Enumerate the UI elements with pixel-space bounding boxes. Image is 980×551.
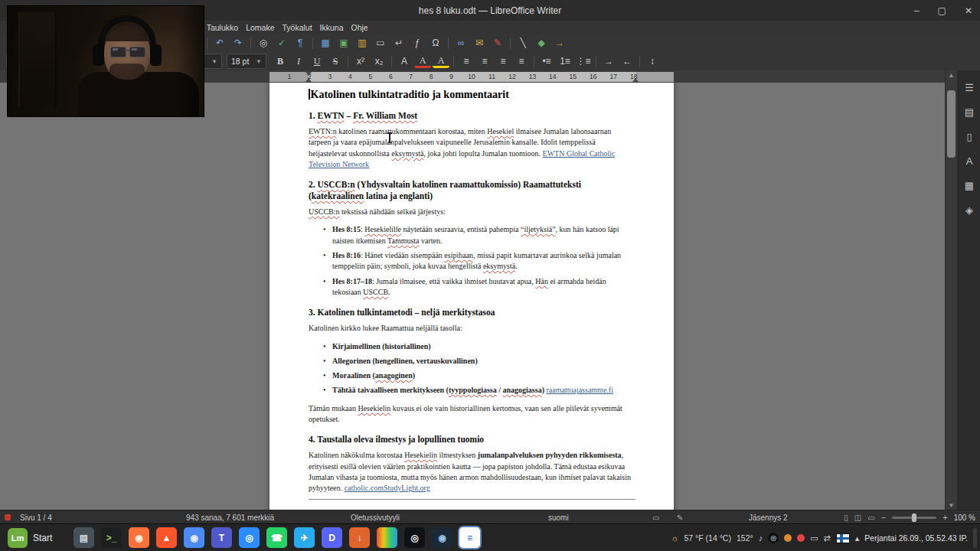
zoom-slider[interactable] bbox=[892, 517, 936, 519]
taskbar-app-obs-studio[interactable]: ◎ bbox=[404, 527, 425, 548]
font-size-combo[interactable]: 18 pt▼ bbox=[227, 54, 266, 69]
align-left-button[interactable]: ≡ bbox=[458, 54, 475, 69]
taskbar-app-terminal[interactable]: >_ bbox=[101, 527, 122, 548]
zoom-in-button[interactable]: + bbox=[942, 513, 947, 522]
subscript-button[interactable]: x₂ bbox=[371, 54, 387, 69]
wind-direction[interactable]: 152° bbox=[737, 533, 753, 543]
insert-image-button[interactable]: ▣ bbox=[335, 35, 352, 51]
horizontal-ruler[interactable]: 123456789101112131415161718 bbox=[270, 72, 674, 82]
line-spacing-button[interactable]: ↕ bbox=[644, 54, 661, 69]
taskbar-app-libreoffice-writer[interactable]: ≡ bbox=[459, 527, 480, 548]
insert-field-button[interactable]: ƒ bbox=[409, 35, 426, 51]
formatting-marks-button[interactable]: ¶ bbox=[292, 35, 309, 51]
basic-shapes-button[interactable]: ◆ bbox=[533, 35, 550, 51]
tray-expand-icon[interactable]: ▴ bbox=[855, 533, 860, 543]
vertical-scrollbar[interactable]: ▲ ▼ bbox=[946, 70, 957, 510]
doc-link[interactable]: raamattuajassamme.fi bbox=[546, 386, 612, 394]
menu-tyokalut[interactable]: Työkalut bbox=[278, 23, 315, 32]
taskbar-app-steam[interactable]: ◉ bbox=[432, 527, 452, 548]
menu-ikkuna[interactable]: Ikkuna bbox=[316, 23, 348, 32]
strikethrough-button[interactable]: S bbox=[327, 54, 344, 69]
display-icon[interactable]: ▭ bbox=[810, 533, 818, 543]
taskbar-app-teams[interactable]: T bbox=[211, 527, 232, 548]
multi-page-view-button[interactable]: ◫ bbox=[854, 514, 861, 522]
show-desktop-button[interactable] bbox=[973, 528, 977, 548]
taskbar-app-firefox[interactable]: ◉ bbox=[129, 527, 149, 548]
scroll-down-arrow[interactable]: ▼ bbox=[946, 500, 957, 510]
book-view-button[interactable]: ▭ bbox=[867, 514, 874, 522]
menu-lomake[interactable]: Lomake bbox=[242, 23, 278, 32]
weather-icon[interactable]: ☼ bbox=[671, 533, 678, 543]
redo-button[interactable]: ↷ bbox=[230, 35, 247, 51]
scroll-up-arrow[interactable]: ▲ bbox=[946, 70, 957, 80]
status-outline-level[interactable]: Jäsennys 2 bbox=[749, 510, 788, 524]
status-page-count[interactable]: Sivu 1 / 4 bbox=[20, 510, 52, 524]
recording-indicator-icon[interactable] bbox=[797, 534, 805, 542]
menu-taulukko[interactable]: Taulukko bbox=[203, 23, 242, 32]
justify-button[interactable]: ≡ bbox=[513, 54, 530, 69]
taskbar-app-zoom[interactable]: ◎ bbox=[239, 527, 260, 548]
insert-text-box-button[interactable]: ▭ bbox=[372, 35, 389, 51]
taskbar-app-brave[interactable]: ▲ bbox=[156, 527, 177, 548]
outline-list-button[interactable]: ⋮≡ bbox=[575, 54, 592, 69]
taskbar-app-telegram[interactable]: ✈ bbox=[294, 527, 315, 548]
minimize-button[interactable]: – bbox=[914, 5, 920, 16]
start-menu-button[interactable]: Lm Start bbox=[3, 527, 57, 549]
sidebar-settings-icon[interactable]: ☰ bbox=[961, 79, 978, 96]
insert-table-button[interactable]: ▦ bbox=[317, 35, 334, 51]
taskbar-app-chromium[interactable]: ◉ bbox=[184, 527, 204, 548]
insert-arrow-button[interactable]: → bbox=[551, 35, 568, 51]
doc-link[interactable]: catholic.comStudyLight.org bbox=[345, 484, 430, 492]
sidebar-navigator-icon[interactable]: ◈ bbox=[961, 201, 978, 218]
increase-indent-button[interactable]: → bbox=[600, 54, 617, 69]
track-changes-button[interactable]: ✎ bbox=[489, 35, 506, 51]
taskbar-app-discord[interactable]: D bbox=[322, 527, 342, 548]
zoom-percentage[interactable]: 100 % bbox=[954, 514, 975, 522]
keyboard-layout-flag-finland[interactable] bbox=[836, 533, 850, 543]
bullet-list-button[interactable]: •≡ bbox=[538, 54, 555, 69]
zoom-slider-thumb[interactable] bbox=[912, 514, 916, 522]
scrollbar-thumb[interactable] bbox=[947, 90, 956, 158]
insert-page-break-button[interactable]: ↵ bbox=[390, 35, 407, 51]
app-indicator-icon[interactable] bbox=[784, 534, 792, 542]
weather-temperature[interactable]: 57 °F (14 °C) bbox=[684, 533, 731, 543]
document-page[interactable]: Katolinen tulkintatraditio ja kommentaar… bbox=[270, 83, 674, 510]
numbered-list-button[interactable]: 1≡ bbox=[557, 54, 573, 69]
status-language[interactable]: suomi bbox=[548, 510, 569, 524]
sidebar-page-icon[interactable]: ▯ bbox=[961, 128, 978, 145]
taskbar-app-variety[interactable] bbox=[377, 527, 397, 548]
clear-formatting-button[interactable]: A bbox=[396, 54, 413, 69]
taskbar-app-file-manager[interactable]: ▤ bbox=[74, 527, 94, 548]
menu-ohje[interactable]: Ohje bbox=[348, 23, 372, 32]
find-replace-button[interactable]: ◎ bbox=[255, 35, 272, 51]
selection-mode-icon[interactable]: ▭ bbox=[652, 510, 662, 524]
document-modified-icon[interactable]: ✎ bbox=[677, 510, 686, 524]
undo-button[interactable]: ↶ bbox=[211, 35, 228, 51]
underline-button[interactable]: U bbox=[309, 54, 325, 69]
sidebar-gallery-icon[interactable]: ▦ bbox=[961, 177, 978, 194]
sidebar-styles-icon[interactable]: A bbox=[961, 152, 978, 169]
font-color-button[interactable]: A bbox=[414, 54, 431, 68]
status-page-style[interactable]: Oletussivutyyli bbox=[351, 510, 400, 524]
align-center-button[interactable]: ≡ bbox=[476, 54, 493, 69]
zoom-out-button[interactable]: − bbox=[881, 513, 886, 522]
insert-comment-button[interactable]: ✉ bbox=[471, 35, 488, 51]
single-page-view-button[interactable]: ▯ bbox=[844, 514, 848, 522]
superscript-button[interactable]: x² bbox=[352, 54, 369, 69]
spelling-button[interactable]: ✓ bbox=[273, 35, 290, 51]
insert-line-button[interactable]: ╲ bbox=[514, 35, 531, 51]
highlight-color-button[interactable]: A bbox=[433, 54, 449, 68]
decrease-indent-button[interactable]: ← bbox=[619, 54, 635, 69]
sidebar-properties-icon[interactable]: ▤ bbox=[961, 103, 978, 120]
bold-button[interactable]: B bbox=[272, 54, 289, 69]
close-button[interactable]: ✕ bbox=[965, 5, 972, 16]
italic-button[interactable]: I bbox=[290, 54, 307, 69]
taskbar-app-whatsapp[interactable]: ☎ bbox=[266, 527, 287, 548]
taskbar-clock[interactable]: Perjantai 26.09., 05.52.43 IP. bbox=[864, 533, 968, 543]
align-right-button[interactable]: ≡ bbox=[495, 54, 511, 69]
network-icon[interactable]: ⇄ bbox=[824, 533, 831, 543]
maximize-button[interactable]: ▢ bbox=[938, 5, 946, 16]
volume-icon[interactable]: ♪ bbox=[759, 533, 763, 543]
status-word-count[interactable]: 943 sanaa, 7 601 merkkiä bbox=[186, 510, 274, 524]
taskbar-app-downloader[interactable]: ↓ bbox=[349, 527, 370, 548]
